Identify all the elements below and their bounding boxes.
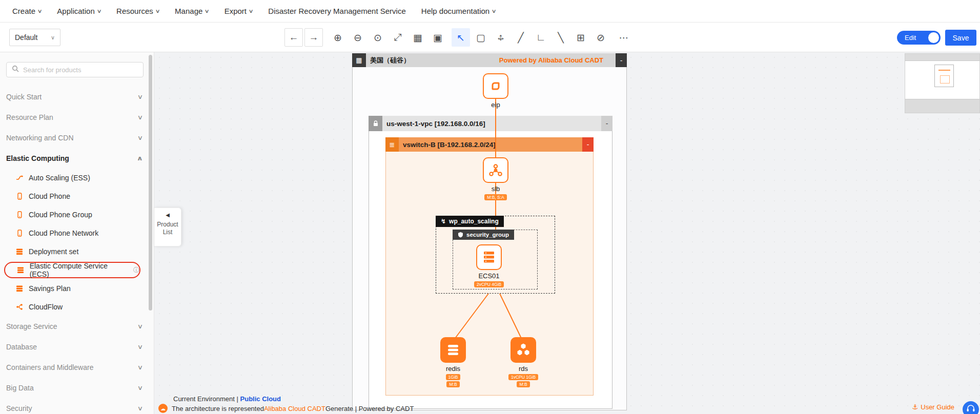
undo-button[interactable]: ←: [284, 28, 303, 47]
region-collapse-button[interactable]: -: [616, 53, 627, 67]
region-grid-icon: ▦: [352, 53, 366, 67]
save-button[interactable]: Save: [945, 30, 976, 46]
auto-scaling-group-label[interactable]: ↯ wp_auto_scaling: [436, 216, 504, 227]
vpc-header[interactable]: us-west-1-vpc [192.168.0.0/16] -: [369, 116, 612, 131]
scene-select[interactable]: Default ∨: [9, 29, 60, 46]
zone-badge: M:B: [446, 381, 459, 387]
vswitch-collapse-button[interactable]: -: [582, 137, 594, 152]
sidebar-scrollbar[interactable]: [149, 55, 152, 310]
sidebar-item-auto-scaling-ess[interactable]: Auto Scaling (ESS): [0, 169, 154, 187]
menu-item-export[interactable]: Export ∨: [224, 7, 253, 15]
cloud-phone-icon: [15, 192, 24, 200]
menu-item-manage[interactable]: Manage ∨: [175, 7, 209, 15]
cloud-phone-network-icon: [15, 229, 24, 237]
vswitch-header[interactable]: ≣ vswitch-B [B-192.168.2.0/24] -: [385, 137, 594, 152]
layout-grid-button[interactable]: ▦: [409, 28, 427, 47]
chevron-down-icon: ∨: [249, 8, 254, 14]
fullscreen-button[interactable]: ▣: [428, 28, 447, 47]
redo-button[interactable]: →: [304, 28, 323, 47]
menu-item-resources[interactable]: Resources ∨: [116, 7, 159, 15]
item-label: CloudFlow: [29, 303, 63, 311]
environment-line: Current Environment | Public Cloud: [173, 395, 414, 403]
menu-label: Help documentation: [421, 7, 489, 15]
menu-item-help-documentation[interactable]: Help documentation ∨: [421, 7, 496, 15]
edit-mode-toggle[interactable]: Edit: [897, 31, 941, 45]
eip-icon[interactable]: [483, 73, 508, 99]
slb-icon[interactable]: [483, 157, 508, 183]
add-node-button[interactable]: ⊞: [571, 28, 590, 47]
zoom-in-button[interactable]: ⊕: [329, 28, 347, 47]
environment-prefix: Current Environment |: [173, 395, 238, 403]
powered-by-label: Powered by Alibaba Cloud CADT: [499, 56, 603, 64]
spec-badge: 2vCPU 4GiB: [474, 281, 504, 287]
assistant-button[interactable]: [963, 401, 979, 414]
toggle-knob: [928, 32, 939, 43]
menu-item-disaster-recovery[interactable]: Disaster Recovery Management Service: [268, 7, 405, 15]
scaling-bolt-icon: ↯: [441, 218, 446, 225]
info-icon[interactable]: ⓘ: [133, 266, 139, 275]
sidebar-item-cloud-phone-network[interactable]: Cloud Phone Network: [0, 224, 154, 242]
product-search[interactable]: [6, 62, 144, 77]
menu-item-application[interactable]: Application ∨: [57, 7, 101, 15]
menu-item-create[interactable]: Create ∨: [12, 7, 42, 15]
ecs-icon: [16, 266, 25, 274]
chevron-down-icon: ∨: [137, 114, 143, 121]
elbow-connector-button[interactable]: ∟: [532, 28, 550, 47]
security-group-label[interactable]: security_group: [453, 230, 514, 240]
sidebar-item-cloud-phone-group[interactable]: Cloud Phone Group: [0, 205, 154, 224]
sidebar-section-networking-cdn[interactable]: Networking and CDN ∨: [6, 128, 142, 148]
item-label: Cloud Phone Network: [29, 229, 98, 237]
chevron-down-icon: ∨: [137, 134, 143, 141]
savings-plan-icon: [15, 284, 24, 293]
product-handle-label-2: List: [163, 229, 173, 236]
zoom-out-button[interactable]: ⊖: [349, 28, 367, 47]
minimap[interactable]: [905, 53, 980, 113]
sidebar-item-deployment-set[interactable]: Deployment set: [0, 242, 154, 261]
pointer-tool-button[interactable]: ↖: [452, 28, 470, 47]
user-guide-link[interactable]: ⚓ User Guide: [912, 403, 954, 411]
node-slb: slb M:B, S:A: [473, 157, 519, 200]
sidebar-section-big-data[interactable]: Big Data ∨: [6, 378, 142, 398]
group-label-text: security_group: [466, 232, 509, 238]
sidebar-section-database[interactable]: Database ∨: [6, 337, 142, 357]
region-header[interactable]: ▦ 美国（硅谷） Powered by Alibaba Cloud CADT -: [352, 53, 627, 67]
headset-icon: [966, 404, 975, 414]
move-tool-button[interactable]: ↔ ↕: [492, 28, 510, 47]
zone-badge: M:B, S:A: [484, 194, 507, 200]
sidebar-section-resource-plan[interactable]: Resource Plan ∨: [6, 107, 142, 128]
cadt-link[interactable]: Alibaba Cloud CADT: [264, 405, 325, 412]
sidebar-item-cloudflow[interactable]: CloudFlow: [0, 298, 154, 316]
sidebar-section-elastic-computing[interactable]: Elastic Computing ∧: [6, 148, 142, 169]
sidebar-section-security[interactable]: Security ∨: [6, 398, 142, 414]
vpc-collapse-button[interactable]: -: [601, 116, 612, 131]
node-label: eip: [491, 101, 500, 109]
chevron-up-icon: ∧: [137, 155, 144, 162]
section-label: Big Data: [6, 384, 34, 392]
node-badges: 1vCPU 1GiB M:B: [508, 374, 538, 387]
marquee-select-button[interactable]: ▢: [472, 28, 490, 47]
sidebar-item-cloud-phone[interactable]: Cloud Phone: [0, 187, 154, 205]
line-tool-button[interactable]: ╱: [512, 28, 530, 47]
node-badges: 2vCPU 4GiB: [474, 281, 504, 287]
rds-icon[interactable]: [511, 337, 536, 363]
straight-line-button[interactable]: ╲: [552, 28, 570, 47]
menu-label: Create: [12, 7, 35, 15]
product-list-collapse-handle[interactable]: ◀ Product List: [154, 208, 181, 246]
expand-button[interactable]: ⤢: [389, 28, 407, 47]
sidebar-item-savings-plan[interactable]: Savings Plan: [0, 279, 154, 298]
sidebar-section-storage-service[interactable]: Storage Service ∨: [6, 316, 142, 337]
menu-label: Manage: [175, 7, 202, 15]
arch-prefix: The architecture is represented: [172, 405, 264, 412]
sidebar-section-quick-start[interactable]: Quick Start ∨: [6, 87, 142, 107]
ecs01-icon[interactable]: [476, 244, 502, 270]
search-input[interactable]: [23, 66, 138, 74]
sidebar-section-containers-middleware[interactable]: Containers and Middleware ∨: [6, 357, 142, 378]
sidebar-item-elastic-compute-service[interactable]: Elastic Compute Service (ECS) ⓘ: [4, 262, 140, 278]
zoom-reset-button[interactable]: ⊙: [369, 28, 387, 47]
more-tools-button[interactable]: ⋯: [615, 28, 633, 47]
menu-label: Resources: [116, 7, 153, 15]
redis-icon[interactable]: [440, 337, 466, 363]
disable-tool-button[interactable]: ⊘: [591, 28, 610, 47]
zone-badge: M:B: [517, 381, 529, 387]
architecture-canvas[interactable]: ▦ 美国（硅谷） Powered by Alibaba Cloud CADT -…: [154, 52, 980, 414]
